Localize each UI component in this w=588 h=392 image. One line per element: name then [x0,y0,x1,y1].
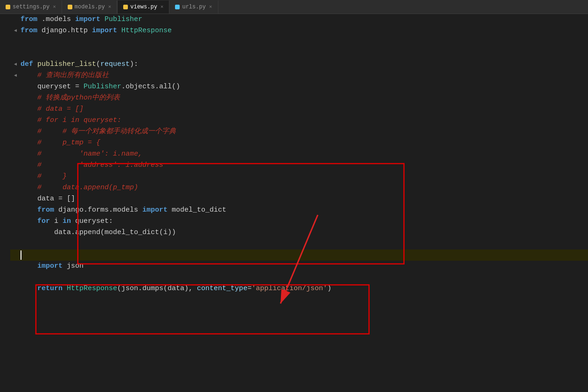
code-line-9: # data = [] [10,104,588,115]
tab-icon-urls [175,5,180,9]
code-line-6: ◀ # 查询出所有的出版社 [10,70,588,81]
code-line-3 [10,36,588,48]
code-line-8: # 转换成python中的列表 [10,93,588,104]
tab-settings[interactable]: settings.py × [0,0,62,14]
code-line-16: # data.append(p_tmp) [10,182,588,193]
code-line-18: from django.forms.models import model_to… [10,205,588,216]
tab-icon-settings [6,5,10,9]
code-area[interactable]: from .models import Publisher ◀ from dja… [10,14,588,392]
tab-label-views: views.py [130,4,157,10]
code-line-12: # p_tmp = { [10,137,588,149]
code-line-4 [10,48,588,59]
code-line-5: ◀ def publisher_list(request): [10,59,588,70]
tab-models[interactable]: models.py × [62,0,117,14]
tab-close-settings[interactable]: × [53,4,56,10]
code-line-7: queryset = Publisher.objects.all() [10,81,588,93]
code-line-15: # } [10,171,588,182]
tab-views[interactable]: views.py × [117,0,169,14]
tab-icon-views [123,5,128,9]
fold-gutter [0,14,10,392]
tab-label-settings: settings.py [13,4,49,10]
editor-area: from .models import Publisher ◀ from dja… [0,14,588,392]
code-line-20: data.append(model_to_dict(i)) [10,227,588,238]
tab-close-models[interactable]: × [108,4,112,10]
code-line-23: import json [10,261,588,272]
code-line-25: return HttpResponse(json.dumps(data), co… [10,283,588,294]
code-line-11: # # 每一个对象都手动转化成一个字典 [10,126,588,137]
code-line-1: from .models import Publisher [10,14,588,25]
code-line-24 [10,272,588,283]
code-line-17: data = [] [10,193,588,205]
code-line-2: ◀ from django.http import HttpResponse [10,25,588,36]
tab-label-models: models.py [75,4,105,10]
code-line-21 [10,238,588,249]
tab-close-urls[interactable]: × [209,4,212,10]
fold-indicator-1 [10,14,21,25]
code-line-22 [10,249,588,261]
tab-bar: settings.py × models.py × views.py × url… [0,0,588,14]
tab-icon-models [68,5,72,9]
tab-label-urls: urls.py [182,4,205,10]
code-line-13: # 'name': i.name, [10,149,588,160]
fold-indicator-2: ◀ [10,25,21,36]
code-line-19: for i in queryset: [10,216,588,227]
tab-urls[interactable]: urls.py × [169,0,218,14]
code-line-10: # for i in queryset: [10,115,588,126]
code-line-14: # 'address': i.address [10,160,588,171]
tab-close-views[interactable]: × [161,4,164,10]
